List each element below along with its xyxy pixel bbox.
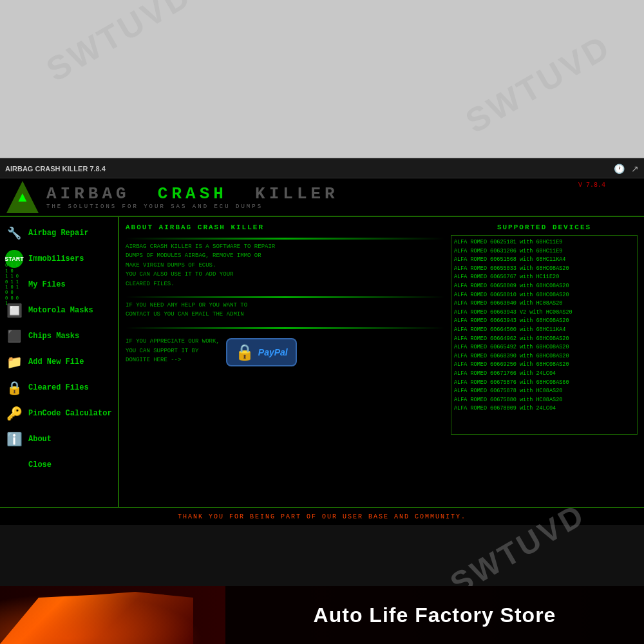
sidebar-item-close[interactable]: ⏻ Close	[0, 452, 118, 478]
store-name: Auto Life Factory Store	[314, 603, 556, 627]
app-logo: ▲	[6, 181, 39, 213]
sidebar-label-immobilisers: Immobilisers	[28, 254, 84, 263]
devices-section: SUPPORTED DEVICES ALFA ROMEO 60625181 wi…	[451, 223, 638, 500]
sidebar-item-add-new-file[interactable]: 📁 Add New File	[0, 349, 118, 375]
cleared-icon: 🔒	[5, 379, 23, 397]
title-bar-controls: 🕐 ↗	[614, 164, 639, 174]
sidebar-label-motorola-masks: Motorola Masks	[28, 306, 93, 315]
bottom-area: SWTUVD Auto Life Factory Store	[0, 525, 644, 644]
device-item: ALFA ROMEO 60655033 with 68HC08AS20	[454, 265, 634, 274]
divider-3	[126, 327, 444, 329]
device-item: ALFA ROMEO 60658010 with 68HC08AS20	[454, 291, 634, 300]
app-title: AIRBAG CRASH KILLER	[46, 184, 339, 204]
device-item: ALFA ROMEO 60651568 with 68HC11KA4	[454, 256, 634, 265]
sidebar-item-cleared-files[interactable]: 🔒 Cleared Files	[0, 375, 118, 401]
devices-title: SUPPORTED DEVICES	[451, 223, 638, 231]
window-title: AIRBAG CRASH KILLER 7.8.4	[5, 165, 106, 173]
device-item: ALFA ROMEO 60668390 with 68HC08AS20	[454, 352, 634, 361]
device-item: ALFA ROMEO 60625181 with 68HC11E9	[454, 238, 634, 247]
divider-2	[126, 296, 444, 298]
device-item: ALFA ROMEO 60658009 with 68HC08AS20	[454, 282, 634, 291]
watermark-top-right: SWTUVD	[459, 27, 617, 141]
device-item: ALFA ROMEO 60664962 with 68HC08AS20	[454, 335, 634, 344]
add-file-icon: 📁	[5, 353, 23, 371]
device-item: ALFA ROMEO 60663943 with 68HC08AS20	[454, 317, 634, 326]
device-item: ALFA ROMEO 60678009 with 24LC04	[454, 404, 634, 413]
main-layout: 🔧 Airbag Repair START Immobilisers 0 1 0…	[0, 217, 644, 507]
chip-icon: 🔲	[5, 301, 23, 319]
lock-icon: 🔒	[235, 343, 254, 361]
sidebar-item-motorola-masks[interactable]: 🔲 Motorola Masks	[0, 298, 118, 323]
version-badge: V 7.8.4	[578, 182, 605, 189]
device-item: ALFA ROMEO 60675880 with HC08AS20	[454, 396, 634, 405]
sidebar-label-close: Close	[28, 460, 52, 469]
sidebar-label-pincode: PinCode Calculator	[28, 409, 112, 418]
devices-list[interactable]: ALFA ROMEO 60625181 with 68HC11E9ALFA RO…	[451, 235, 638, 435]
about-description: AIRBAG CRASH KILLER IS A SOFTWARE TO REP…	[126, 242, 444, 289]
device-item: ALFA ROMEO 60665492 with 68HC08AS20	[454, 343, 634, 352]
sidebar-item-about[interactable]: ℹ️ About	[0, 426, 118, 452]
device-item: ALFA ROMEO 60671766 with 24LC04	[454, 370, 634, 379]
content-area: ABOUT AIRBAG CRASH KILLER AIRBAG CRASH K…	[119, 217, 644, 507]
donate-text: IF YOU APPRECIATE OUR WORK, YOU CAN SUPP…	[126, 337, 220, 365]
device-item: ALFA ROMEO 60663040 with HC08AS20	[454, 299, 634, 308]
title-part3: KILLER	[255, 184, 339, 204]
device-item: ALFA ROMEO 60656767 with HC11E20	[454, 273, 634, 282]
app-header: ▲ AIRBAG CRASH KILLER THE SOLUTIONS FOR …	[0, 178, 644, 217]
top-watermark-area: SWTUVD SWTUVD	[0, 0, 644, 158]
share-icon[interactable]: ↗	[631, 164, 639, 174]
wrench-icon: 🔧	[5, 224, 23, 242]
chips-icon: ⬛	[5, 327, 23, 345]
sidebar-item-my-files[interactable]: 0 1 0 1 01 1 0 0 1 11 0 1 0 00 0 0 1 My …	[0, 272, 118, 298]
sidebar-item-airbag-repair[interactable]: 🔧 Airbag Repair	[0, 220, 118, 246]
pin-icon: 🔑	[5, 404, 23, 422]
donate-row: IF YOU APPRECIATE OUR WORK, YOU CAN SUPP…	[126, 336, 444, 366]
sidebar-label-my-files: My Files	[28, 280, 66, 289]
car-glow	[0, 586, 225, 644]
about-help: IF YOU NEED ANY HELP OR YOU WANT TO CONT…	[126, 301, 444, 319]
divider-1	[126, 238, 444, 240]
power-icon: ⏻	[5, 456, 23, 474]
title-bar: AIRBAG CRASH KILLER 7.8.4 🕐 ↗	[0, 159, 644, 178]
watermark-top-left: SWTUVD	[40, 0, 198, 89]
device-item: ALFA ROMEO 60675876 with 68HC08AS60	[454, 379, 634, 388]
binary-display: 0 1 0 1 01 1 0 0 1 11 0 1 0 00 0 0 1	[5, 263, 23, 306]
device-item: ALFA ROMEO 60664500 with 68HC11KA4	[454, 326, 634, 335]
sidebar-label-chips-masks: Chips Masks	[28, 332, 79, 341]
about-section: ABOUT AIRBAG CRASH KILLER AIRBAG CRASH K…	[126, 223, 638, 500]
device-item: ALFA ROMEO 60669250 with 68HC08AS20	[454, 361, 634, 370]
paypal-button[interactable]: 🔒 PayPal	[226, 338, 297, 366]
title-part2: CRASH	[158, 184, 227, 204]
app-window: AIRBAG CRASH KILLER 7.8.4 🕐 ↗ ▲ AIRBAG C…	[0, 158, 644, 525]
sidebar-label-cleared-files: Cleared Files	[28, 383, 89, 392]
sidebar-label-add-new-file: Add New File	[28, 357, 84, 366]
app-title-area: AIRBAG CRASH KILLER THE SOLUTIONS FOR YO…	[46, 184, 339, 210]
about-title: ABOUT AIRBAG CRASH KILLER	[126, 223, 444, 231]
device-item: ALFA ROMEO 60663943 V2 with HC08AS20	[454, 308, 634, 317]
clock-icon[interactable]: 🕐	[614, 164, 625, 174]
paypal-label: PayPal	[258, 347, 288, 357]
sidebar-item-chips-masks[interactable]: ⬛ Chips Masks	[0, 323, 118, 349]
thank-you-text: THANK YOU FOR BEING PART OF OUR USER BAS…	[178, 513, 466, 520]
sidebar-item-pincode-calculator[interactable]: 🔑 PinCode Calculator	[0, 401, 118, 426]
store-label: Auto Life Factory Store	[225, 586, 644, 644]
car-banner: Auto Life Factory Store	[0, 586, 644, 644]
binary-icon: 0 1 0 1 01 1 0 0 1 11 0 1 0 00 0 0 1	[5, 276, 23, 294]
app-subtitle: THE SOLUTIONS FOR YOUR SAS AND ECU DUMPS	[46, 204, 339, 210]
device-item: ALFA ROMEO 60631206 with 68HC11E9	[454, 247, 634, 256]
device-item: ALFA ROMEO 60675878 with HC08AS20	[454, 387, 634, 396]
info-icon: ℹ️	[5, 430, 23, 448]
sidebar: 🔧 Airbag Repair START Immobilisers 0 1 0…	[0, 217, 119, 507]
sidebar-label-airbag-repair: Airbag Repair	[28, 229, 89, 238]
about-left: ABOUT AIRBAG CRASH KILLER AIRBAG CRASH K…	[126, 223, 444, 500]
sidebar-label-about: About	[28, 435, 52, 444]
title-part1: AIRBAG	[46, 184, 130, 204]
